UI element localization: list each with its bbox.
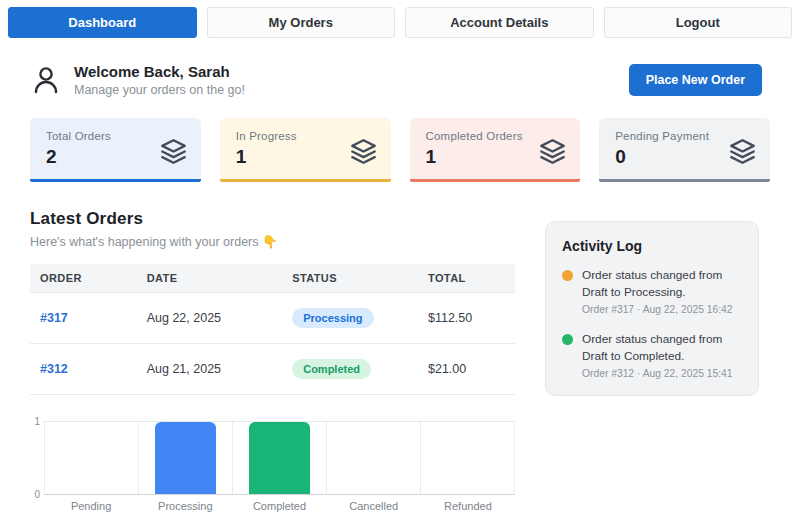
layers-icon xyxy=(350,138,377,165)
chart-y-axis: 10 xyxy=(30,421,44,495)
order-number-link[interactable]: #317 xyxy=(40,311,68,325)
stat-card-label: In Progress xyxy=(236,130,297,142)
chart-column-pending xyxy=(44,422,139,494)
status-badge: Completed xyxy=(292,359,371,379)
table-row: #312Aug 21, 2025Completed$21.00 xyxy=(30,344,515,395)
activity-entry-meta: Order #312 · Aug 22, 2025 15:41 xyxy=(582,368,742,379)
stat-card-value: 2 xyxy=(46,146,111,168)
activity-log-title: Activity Log xyxy=(562,238,742,254)
activity-entry-text: Order status changed from Draft to Proce… xyxy=(582,267,742,300)
chart-plot-area xyxy=(44,421,515,495)
tab-account-details[interactable]: Account Details xyxy=(405,7,594,38)
status-badge: Processing xyxy=(292,308,373,328)
stat-card: In Progress1 xyxy=(220,118,391,182)
order-number-link[interactable]: #312 xyxy=(40,362,68,376)
bar-completed xyxy=(249,422,310,494)
order-date: Aug 22, 2025 xyxy=(137,293,283,344)
latest-orders-subtitle-text: Here's what's happening with your orders xyxy=(30,235,259,249)
y-axis-tick: 0 xyxy=(34,489,40,500)
orders-table: ORDERDATESTATUSTOTAL #317Aug 22, 2025Pro… xyxy=(30,264,515,395)
layers-icon xyxy=(539,138,566,165)
tab-logout[interactable]: Logout xyxy=(604,7,793,38)
place-new-order-button[interactable]: Place New Order xyxy=(629,64,762,96)
layers-icon xyxy=(729,138,756,165)
bar-processing xyxy=(155,422,216,494)
stat-card-value: 1 xyxy=(236,146,297,168)
column-header-status: STATUS xyxy=(282,264,418,293)
order-total: $21.00 xyxy=(418,344,515,395)
page-title: Welcome Back, Sarah xyxy=(74,63,245,80)
pointing-down-emoji: 👇 xyxy=(262,235,278,249)
tab-dashboard[interactable]: Dashboard xyxy=(8,7,197,38)
column-header-total: TOTAL xyxy=(418,264,515,293)
activity-entry-text: Order status changed from Draft to Compl… xyxy=(582,331,742,364)
column-header-date: DATE xyxy=(137,264,283,293)
chart-column-completed xyxy=(233,422,327,494)
chart-column-cancelled xyxy=(327,422,421,494)
welcome-section: Welcome Back, Sarah Manage your orders o… xyxy=(30,63,762,97)
latest-orders-title: Latest Orders xyxy=(30,209,515,229)
x-axis-label: Refunded xyxy=(421,500,515,512)
page-subtitle: Manage your orders on the go! xyxy=(74,83,245,97)
tab-my-orders[interactable]: My Orders xyxy=(207,7,396,38)
latest-orders-subtitle: Here's what's happening with your orders… xyxy=(30,234,515,249)
x-axis-label: Processing xyxy=(138,500,232,512)
status-dot-icon xyxy=(562,270,573,281)
stat-card: Completed Orders1 xyxy=(410,118,581,182)
chart-x-axis-labels: PendingProcessingCompletedCancelledRefun… xyxy=(44,495,515,512)
activity-entry-meta: Order #317 · Aug 22, 2025 16:42 xyxy=(582,304,742,315)
stat-card-label: Total Orders xyxy=(46,130,111,142)
chart-column-refunded xyxy=(421,422,515,494)
orders-status-chart: 10 PendingProcessingCompletedCancelledRe… xyxy=(30,421,515,512)
stat-card: Pending Payment0 xyxy=(599,118,770,182)
stat-card-label: Pending Payment xyxy=(615,130,709,142)
activity-entry: Order status changed from Draft to Compl… xyxy=(562,331,742,379)
status-dot-icon xyxy=(562,334,573,345)
x-axis-label: Pending xyxy=(44,500,138,512)
order-total: $112.50 xyxy=(418,293,515,344)
table-row: #317Aug 22, 2025Processing$112.50 xyxy=(30,293,515,344)
top-nav: DashboardMy OrdersAccount DetailsLogout xyxy=(8,7,792,38)
stat-card: Total Orders2 xyxy=(30,118,201,182)
order-date: Aug 21, 2025 xyxy=(137,344,283,395)
person-outline-icon xyxy=(30,63,62,97)
activity-entry: Order status changed from Draft to Proce… xyxy=(562,267,742,315)
stat-card-label: Completed Orders xyxy=(426,130,523,142)
stat-card-value: 0 xyxy=(615,146,709,168)
layers-icon xyxy=(160,138,187,165)
activity-log-panel: Activity Log Order status changed from D… xyxy=(545,221,759,396)
stat-cards: Total Orders2In Progress1Completed Order… xyxy=(30,118,770,182)
column-header-order: ORDER xyxy=(30,264,137,293)
chart-column-processing xyxy=(139,422,233,494)
stat-card-value: 1 xyxy=(426,146,523,168)
x-axis-label: Cancelled xyxy=(327,500,421,512)
x-axis-label: Completed xyxy=(232,500,326,512)
y-axis-tick: 1 xyxy=(34,416,40,427)
